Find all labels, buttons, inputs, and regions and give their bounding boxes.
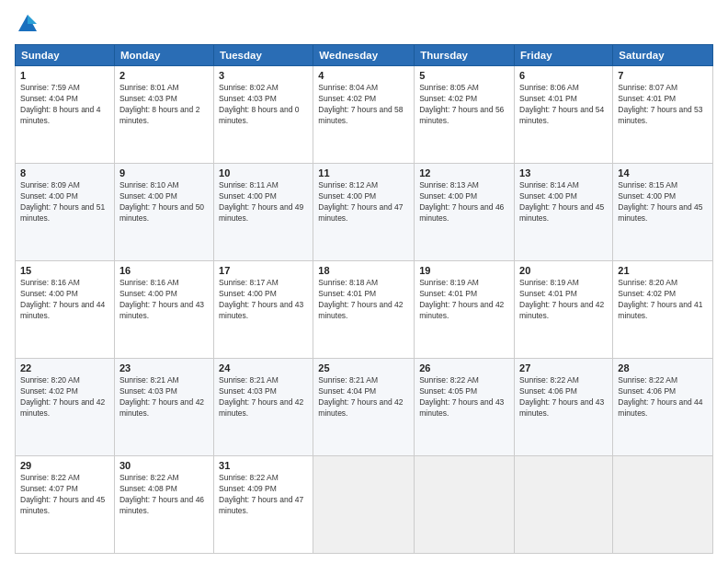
calendar-cell: 23Sunrise: 8:21 AMSunset: 4:03 PMDayligh… <box>114 359 213 456</box>
day-number: 5 <box>419 70 509 81</box>
col-header-saturday: Saturday <box>613 45 713 66</box>
calendar-cell <box>515 456 613 554</box>
day-info: Sunrise: 8:19 AMSunset: 4:01 PMDaylight:… <box>419 278 509 322</box>
page: SundayMondayTuesdayWednesdayThursdayFrid… <box>0 0 728 563</box>
col-header-wednesday: Wednesday <box>313 45 415 66</box>
logo <box>15 11 44 37</box>
calendar-table: SundayMondayTuesdayWednesdayThursdayFrid… <box>15 44 713 554</box>
day-number: 14 <box>618 167 708 178</box>
day-number: 27 <box>519 362 608 373</box>
col-header-sunday: Sunday <box>16 45 115 66</box>
day-number: 13 <box>519 167 608 178</box>
calendar-cell: 6Sunrise: 8:06 AMSunset: 4:01 PMDaylight… <box>515 66 613 164</box>
day-number: 11 <box>318 167 409 178</box>
calendar-cell: 18Sunrise: 8:18 AMSunset: 4:01 PMDayligh… <box>313 261 415 359</box>
day-number: 6 <box>519 70 608 81</box>
day-info: Sunrise: 8:06 AMSunset: 4:01 PMDaylight:… <box>519 83 608 127</box>
calendar-cell: 9Sunrise: 8:10 AMSunset: 4:00 PMDaylight… <box>114 164 213 261</box>
day-info: Sunrise: 8:20 AMSunset: 4:02 PMDaylight:… <box>618 278 708 322</box>
calendar-cell: 25Sunrise: 8:21 AMSunset: 4:04 PMDayligh… <box>313 359 415 456</box>
calendar-cell: 24Sunrise: 8:21 AMSunset: 4:03 PMDayligh… <box>214 359 313 456</box>
day-info: Sunrise: 8:22 AMSunset: 4:09 PMDaylight:… <box>219 473 308 517</box>
day-number: 4 <box>318 70 409 81</box>
col-header-monday: Monday <box>114 45 213 66</box>
calendar-cell: 19Sunrise: 8:19 AMSunset: 4:01 PMDayligh… <box>415 261 515 359</box>
day-number: 23 <box>119 362 209 373</box>
day-number: 12 <box>419 167 509 178</box>
day-info: Sunrise: 8:02 AMSunset: 4:03 PMDaylight:… <box>219 83 308 127</box>
day-info: Sunrise: 8:12 AMSunset: 4:00 PMDaylight:… <box>318 180 409 224</box>
calendar-cell: 7Sunrise: 8:07 AMSunset: 4:01 PMDaylight… <box>613 66 713 164</box>
day-info: Sunrise: 8:09 AMSunset: 4:00 PMDaylight:… <box>20 180 109 224</box>
day-number: 3 <box>219 70 308 81</box>
day-info: Sunrise: 8:04 AMSunset: 4:02 PMDaylight:… <box>318 83 409 127</box>
calendar-cell: 28Sunrise: 8:22 AMSunset: 4:06 PMDayligh… <box>613 359 713 456</box>
calendar-cell: 30Sunrise: 8:22 AMSunset: 4:08 PMDayligh… <box>114 456 213 554</box>
day-number: 20 <box>519 265 608 276</box>
day-info: Sunrise: 8:13 AMSunset: 4:00 PMDaylight:… <box>419 180 509 224</box>
day-info: Sunrise: 8:16 AMSunset: 4:00 PMDaylight:… <box>119 278 209 322</box>
day-number: 29 <box>20 460 109 471</box>
day-number: 15 <box>20 265 109 276</box>
calendar-cell: 29Sunrise: 8:22 AMSunset: 4:07 PMDayligh… <box>16 456 115 554</box>
day-info: Sunrise: 8:22 AMSunset: 4:06 PMDaylight:… <box>519 375 608 419</box>
calendar-cell: 26Sunrise: 8:22 AMSunset: 4:05 PMDayligh… <box>415 359 515 456</box>
day-number: 18 <box>318 265 409 276</box>
svg-marker-1 <box>28 15 37 24</box>
day-info: Sunrise: 8:18 AMSunset: 4:01 PMDaylight:… <box>318 278 409 322</box>
day-number: 30 <box>119 460 209 471</box>
day-number: 21 <box>618 265 708 276</box>
day-number: 25 <box>318 362 409 373</box>
day-number: 7 <box>618 70 708 81</box>
day-info: Sunrise: 8:19 AMSunset: 4:01 PMDaylight:… <box>519 278 608 322</box>
day-number: 28 <box>618 362 708 373</box>
calendar-cell <box>313 456 415 554</box>
calendar-cell: 12Sunrise: 8:13 AMSunset: 4:00 PMDayligh… <box>415 164 515 261</box>
calendar-cell: 14Sunrise: 8:15 AMSunset: 4:00 PMDayligh… <box>613 164 713 261</box>
day-number: 16 <box>119 265 209 276</box>
calendar-cell: 5Sunrise: 8:05 AMSunset: 4:02 PMDaylight… <box>415 66 515 164</box>
day-info: Sunrise: 7:59 AMSunset: 4:04 PMDaylight:… <box>20 83 109 127</box>
day-info: Sunrise: 8:01 AMSunset: 4:03 PMDaylight:… <box>119 83 209 127</box>
day-number: 17 <box>219 265 308 276</box>
calendar-cell: 2Sunrise: 8:01 AMSunset: 4:03 PMDaylight… <box>114 66 213 164</box>
day-info: Sunrise: 8:20 AMSunset: 4:02 PMDaylight:… <box>20 375 109 419</box>
day-number: 19 <box>419 265 509 276</box>
day-info: Sunrise: 8:22 AMSunset: 4:06 PMDaylight:… <box>618 375 708 419</box>
day-info: Sunrise: 8:16 AMSunset: 4:00 PMDaylight:… <box>20 278 109 322</box>
day-info: Sunrise: 8:15 AMSunset: 4:00 PMDaylight:… <box>618 180 708 224</box>
day-number: 2 <box>119 70 209 81</box>
day-number: 31 <box>219 460 308 471</box>
calendar-cell: 15Sunrise: 8:16 AMSunset: 4:00 PMDayligh… <box>16 261 115 359</box>
calendar-cell: 20Sunrise: 8:19 AMSunset: 4:01 PMDayligh… <box>515 261 613 359</box>
day-number: 22 <box>20 362 109 373</box>
calendar-cell: 3Sunrise: 8:02 AMSunset: 4:03 PMDaylight… <box>214 66 313 164</box>
col-header-thursday: Thursday <box>415 45 515 66</box>
col-header-tuesday: Tuesday <box>214 45 313 66</box>
day-info: Sunrise: 8:21 AMSunset: 4:03 PMDaylight:… <box>119 375 209 419</box>
day-info: Sunrise: 8:21 AMSunset: 4:03 PMDaylight:… <box>219 375 308 419</box>
calendar-cell: 1Sunrise: 7:59 AMSunset: 4:04 PMDaylight… <box>16 66 115 164</box>
day-info: Sunrise: 8:22 AMSunset: 4:08 PMDaylight:… <box>119 473 209 517</box>
day-info: Sunrise: 8:14 AMSunset: 4:00 PMDaylight:… <box>519 180 608 224</box>
logo-icon <box>15 11 40 37</box>
day-info: Sunrise: 8:07 AMSunset: 4:01 PMDaylight:… <box>618 83 708 127</box>
day-number: 1 <box>20 70 109 81</box>
calendar-cell <box>613 456 713 554</box>
calendar-cell: 31Sunrise: 8:22 AMSunset: 4:09 PMDayligh… <box>214 456 313 554</box>
day-info: Sunrise: 8:22 AMSunset: 4:07 PMDaylight:… <box>20 473 109 517</box>
day-number: 8 <box>20 167 109 178</box>
calendar-cell: 13Sunrise: 8:14 AMSunset: 4:00 PMDayligh… <box>515 164 613 261</box>
day-number: 24 <box>219 362 308 373</box>
day-number: 9 <box>119 167 209 178</box>
calendar-cell: 8Sunrise: 8:09 AMSunset: 4:00 PMDaylight… <box>16 164 115 261</box>
day-info: Sunrise: 8:21 AMSunset: 4:04 PMDaylight:… <box>318 375 409 419</box>
day-info: Sunrise: 8:22 AMSunset: 4:05 PMDaylight:… <box>419 375 509 419</box>
calendar-cell: 16Sunrise: 8:16 AMSunset: 4:00 PMDayligh… <box>114 261 213 359</box>
calendar-cell: 21Sunrise: 8:20 AMSunset: 4:02 PMDayligh… <box>613 261 713 359</box>
day-info: Sunrise: 8:05 AMSunset: 4:02 PMDaylight:… <box>419 83 509 127</box>
day-info: Sunrise: 8:17 AMSunset: 4:00 PMDaylight:… <box>219 278 308 322</box>
header <box>15 11 713 37</box>
day-info: Sunrise: 8:11 AMSunset: 4:00 PMDaylight:… <box>219 180 308 224</box>
calendar-cell: 22Sunrise: 8:20 AMSunset: 4:02 PMDayligh… <box>16 359 115 456</box>
